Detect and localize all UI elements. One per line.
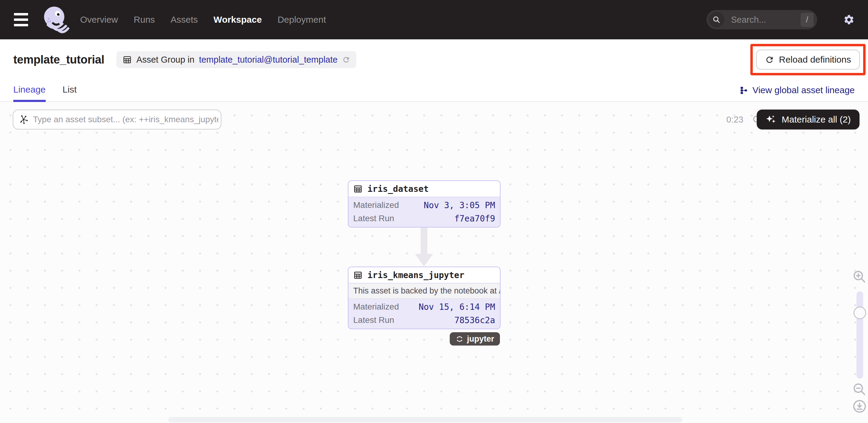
sparkles-icon — [766, 114, 777, 125]
annotation-highlight-box: Reload definitions — [750, 44, 866, 75]
tab-lineage[interactable]: Lineage — [13, 84, 46, 101]
horizontal-scrollbar[interactable] — [168, 417, 682, 422]
page-header: template_tutorial Asset Group in templat… — [0, 39, 868, 78]
asset-group-chip: Asset Group in template_tutorial@tutoria… — [117, 51, 356, 68]
view-global-asset-lineage-link[interactable]: View global asset lineage — [739, 85, 855, 101]
stat-label: Latest Run — [353, 315, 394, 325]
nav-item-deployment[interactable]: Deployment — [278, 14, 326, 25]
asset-group-prefix: Asset Group in — [136, 55, 194, 65]
refresh-timer: 0:23 — [726, 115, 743, 125]
top-nav-bar: Overview Runs Assets Workspace Deploymen… — [0, 0, 868, 39]
table-icon — [353, 184, 363, 194]
asset-group-icon — [123, 55, 132, 64]
stat-value[interactable]: Nov 3, 3:05 PM — [424, 200, 495, 210]
page-title: template_tutorial — [13, 53, 104, 66]
search-input[interactable] — [731, 14, 801, 25]
lineage-edge-arrow — [415, 225, 433, 267]
lineage-graph-icon — [739, 86, 748, 95]
nav-item-overview[interactable]: Overview — [80, 14, 118, 25]
stat-label: Latest Run — [353, 214, 394, 223]
dagster-logo[interactable] — [41, 4, 70, 35]
asset-graph-icon — [18, 114, 28, 125]
search-icon — [709, 12, 724, 28]
reload-definitions-label: Reload definitions — [779, 55, 851, 65]
asset-description: This asset is backed by the notebook at … — [348, 283, 500, 299]
stat-row: Latest Run f7ea70f9 — [353, 212, 495, 225]
stat-row: Latest Run 78536c2a — [353, 313, 495, 327]
jupyter-icon — [456, 335, 464, 343]
asset-name: iris_kmeans_jupyter — [368, 270, 464, 280]
chip-refresh-icon[interactable] — [342, 56, 350, 64]
reload-definitions-button[interactable]: Reload definitions — [756, 50, 860, 69]
stat-value[interactable]: Nov 15, 6:14 PM — [418, 302, 495, 312]
asset-lineage-canvas[interactable]: 0:23 Materialize all (2) — [0, 102, 868, 423]
stat-value[interactable]: 78536c2a — [454, 315, 495, 325]
stat-row: Materialized Nov 15, 6:14 PM — [353, 300, 495, 313]
nav-item-runs[interactable]: Runs — [134, 14, 155, 25]
stat-label: Materialized — [353, 302, 399, 312]
compute-kind-label: jupyter — [467, 334, 494, 344]
download-image-icon[interactable] — [852, 399, 867, 414]
table-icon — [353, 271, 363, 280]
compute-kind-tag-jupyter[interactable]: jupyter — [450, 332, 500, 345]
search-shortcut-key: / — [801, 13, 813, 27]
view-global-asset-lineage-label: View global asset lineage — [752, 85, 855, 95]
nav-item-assets[interactable]: Assets — [170, 14, 198, 25]
materialize-all-button[interactable]: Materialize all (2) — [757, 110, 860, 129]
asset-subset-input[interactable] — [32, 114, 219, 125]
settings-gear-icon[interactable] — [843, 14, 855, 25]
reload-icon — [765, 55, 774, 64]
zoom-slider-track[interactable] — [857, 291, 863, 379]
zoom-slider-handle[interactable] — [854, 306, 866, 319]
tab-list[interactable]: List — [63, 84, 77, 101]
asset-subset-filter[interactable] — [13, 110, 221, 129]
materialize-all-label: Materialize all (2) — [782, 114, 851, 125]
asset-name: iris_dataset — [368, 184, 429, 194]
nav-item-workspace[interactable]: Workspace — [214, 14, 262, 25]
asset-group-link[interactable]: template_tutorial@tutorial_template — [199, 55, 338, 65]
main-nav: Overview Runs Assets Workspace Deploymen… — [80, 14, 326, 25]
stat-label: Materialized — [353, 200, 399, 210]
tabs-row: Lineage List View global asset lineage — [0, 78, 868, 102]
stat-value[interactable]: f7ea70f9 — [454, 214, 495, 223]
zoom-in-icon[interactable] — [852, 269, 867, 284]
search-box[interactable]: / — [707, 10, 817, 29]
hamburger-menu-icon[interactable] — [14, 13, 28, 26]
asset-node-iris-dataset[interactable]: iris_dataset Materialized Nov 3, 3:05 PM… — [348, 180, 500, 228]
asset-node-iris-kmeans-jupyter[interactable]: iris_kmeans_jupyter This asset is backed… — [348, 267, 500, 329]
stat-row: Materialized Nov 3, 3:05 PM — [353, 199, 495, 212]
zoom-out-icon[interactable] — [852, 382, 867, 397]
